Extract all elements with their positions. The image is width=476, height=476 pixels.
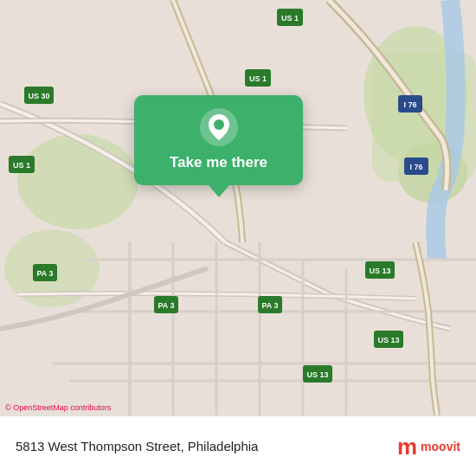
moovit-m-icon: m: [397, 435, 417, 458]
svg-text:US 13: US 13: [369, 267, 390, 275]
map-svg: US 1 US 30 US 1 US 1 I 76 I 76 PA 3 PA 3…: [0, 0, 476, 415]
svg-text:PA 3: PA 3: [36, 269, 53, 278]
svg-text:I 76: I 76: [409, 163, 422, 171]
svg-text:I 76: I 76: [403, 100, 416, 109]
osm-credit: © OpenStreetMap contributors: [5, 403, 111, 412]
svg-text:US 30: US 30: [28, 92, 49, 100]
map-container: US 1 US 30 US 1 US 1 I 76 I 76 PA 3 PA 3…: [0, 0, 476, 415]
location-popup[interactable]: Take me there: [134, 95, 303, 185]
svg-text:US 13: US 13: [306, 370, 328, 379]
address-text: 5813 West Thompson Street, Philadelphia: [16, 439, 397, 453]
bottom-bar: 5813 West Thompson Street, Philadelphia …: [0, 415, 476, 476]
svg-text:PA 3: PA 3: [261, 301, 278, 310]
svg-text:US 13: US 13: [377, 336, 399, 344]
moovit-logo: m moovit: [397, 435, 460, 458]
svg-text:US 1: US 1: [13, 161, 30, 170]
svg-point-41: [214, 119, 224, 130]
location-pin-icon: [199, 107, 239, 147]
svg-point-1: [17, 134, 138, 229]
svg-text:US 1: US 1: [281, 14, 299, 23]
moovit-wordmark: moovit: [421, 440, 460, 453]
svg-text:PA 3: PA 3: [158, 301, 174, 310]
popup-label: Take me there: [170, 154, 267, 171]
svg-text:US 1: US 1: [249, 74, 267, 83]
